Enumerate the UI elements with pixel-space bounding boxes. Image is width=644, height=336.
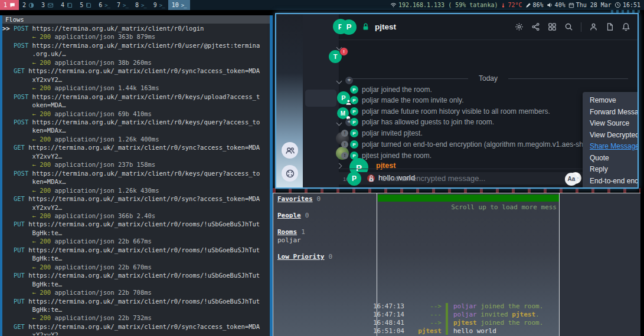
search-icon[interactable]	[564, 22, 573, 31]
flow-entry[interactable]: GET https://termina.org.uk/_matrix/clien…	[2, 143, 270, 151]
workspace-4[interactable]: 4	[57, 0, 76, 10]
flow-response: ← 200 application/json 1.26k 400ms	[2, 135, 270, 143]
event-avatar: P	[350, 96, 358, 104]
calendar-icon	[568, 2, 574, 8]
brush-icon	[525, 2, 531, 8]
flow-url-continuation: BgHk:te…	[2, 254, 270, 262]
lock-icon	[367, 174, 375, 183]
workspace-7[interactable]: 7>_	[113, 0, 132, 10]
event-text: poljar invited pjtest.	[362, 129, 423, 137]
time-label: 16:51	[623, 2, 640, 8]
menu-item-quote[interactable]: Quote	[583, 153, 639, 164]
flow-url-continuation: BgHk:te…	[2, 229, 270, 237]
element-window: P T ! + P M + P pjtest	[275, 13, 639, 189]
format-button[interactable]: Aa	[565, 173, 578, 186]
workspace-5[interactable]: 5	[76, 0, 95, 10]
file-icon[interactable]	[606, 22, 614, 31]
terminal-icon: >_	[159, 2, 165, 8]
ip-label: 192.168.1.133 ( 59% tatanka)	[398, 2, 498, 8]
chat-message: pjtest joined the room.	[453, 319, 543, 327]
flows-list[interactable]: >> POST https://termina.org.uk/_matrix/c…	[2, 24, 270, 335]
warning-icon: !	[341, 141, 348, 148]
roomlist-room-poljar[interactable]: poljar	[277, 236, 301, 244]
flow-entry[interactable]: POST https://termina.org.uk/_matrix/clie…	[2, 118, 270, 126]
compass-icon	[285, 169, 295, 179]
menu-item-reply[interactable]: Reply	[583, 164, 639, 176]
event-avatar: P	[350, 107, 358, 116]
member-list-icon[interactable]	[589, 22, 598, 31]
share-icon[interactable]	[531, 22, 540, 31]
flow-entry[interactable]: >> POST https://termina.org.uk/_matrix/c…	[2, 24, 270, 32]
chat-timestamp: 16:51:04	[373, 327, 404, 335]
menu-item-share-message[interactable]: Share Message	[583, 141, 639, 153]
workspace-1[interactable]: 1	[0, 0, 19, 10]
flow-entry[interactable]: POST https://termina.org.uk/_matrix/clie…	[2, 41, 270, 50]
flow-entry[interactable]: POST https://termina.org.uk/_matrix/clie…	[2, 169, 270, 177]
load-more-hint: Scroll up to load more mess	[378, 203, 557, 211]
browse-communities-button[interactable]	[282, 142, 298, 159]
flow-entry[interactable]: PUT https://termina.org.uk/_matrix/clien…	[2, 271, 270, 279]
event-avatar: P	[350, 118, 358, 126]
volume-status: 40%	[547, 2, 565, 8]
book-icon	[67, 2, 73, 8]
flow-entry[interactable]: GET https://termina.org.uk/_matrix/clien…	[2, 195, 270, 203]
composer-avatar: P	[347, 172, 361, 186]
chat-gutter: ---	[404, 311, 442, 319]
selected-room-highlight	[305, 90, 336, 107]
warning-icon: !	[341, 152, 348, 159]
desktop: 123456>_7>_8>_9>_10>_ 192.168.1.133 ( 59…	[0, 0, 644, 336]
chat-gutter: pjtest	[404, 327, 442, 335]
menu-item-remove[interactable]: Remove	[583, 95, 639, 107]
flow-response: ← 200 application/json 363b 879ms	[2, 32, 270, 41]
chat-gutter: -->	[404, 302, 442, 311]
gear-icon[interactable]	[515, 22, 524, 31]
temp-label: 72°C	[508, 2, 522, 8]
chat-icon	[9, 2, 15, 8]
thermometer-icon	[501, 2, 506, 9]
event-text: poljar turned on end-to-end encryption (…	[362, 140, 596, 149]
apps-grid-icon[interactable]	[548, 22, 557, 31]
flow-entry[interactable]: PUT https://termina.org.uk/_matrix/clien…	[2, 297, 270, 305]
event-text: poljar made future room history visible …	[362, 107, 550, 116]
event-avatar: P	[350, 140, 358, 149]
flow-url-continuation: xY2xvY2…	[2, 152, 270, 160]
workspace-9[interactable]: 9>_	[150, 0, 168, 10]
flow-url-continuation: xY2xvY2…	[2, 75, 270, 84]
flow-entry[interactable]: PUT https://termina.org.uk/_matrix/clien…	[2, 220, 270, 228]
event-text: pjtest joined the room.	[362, 151, 431, 160]
chat-timestamp: 16:47:14	[373, 311, 404, 319]
chat-message: hello world	[453, 327, 496, 335]
flow-entry[interactable]: GET https://termina.org.uk/_matrix/clien…	[2, 322, 270, 331]
workspace-10[interactable]: 10>_	[168, 0, 190, 10]
workspace-3[interactable]: 3	[38, 0, 57, 10]
message-context-menu: RemoveForward MessageView SourceView Dec…	[583, 92, 639, 189]
flow-entry[interactable]: GET https://termina.org.uk/_matrix/clien…	[2, 67, 270, 75]
menu-item-end-to-end-encry[interactable]: End-to-end encry	[583, 176, 639, 187]
workspace-8[interactable]: 8>_	[132, 0, 150, 10]
workspace-6[interactable]: 6>_	[95, 0, 113, 10]
workspace-2[interactable]: 2	[19, 0, 38, 10]
room-header: P pjtest	[339, 14, 638, 40]
flow-response: ← 200 application/json 237b 158ms	[2, 160, 270, 169]
flow-url-continuation: BgHk:te…	[2, 280, 270, 288]
flow-response: ← 200 application/json 22b 670ms	[2, 263, 270, 271]
chat-message: poljar invited pjtest.	[453, 311, 540, 319]
explore-button[interactable]	[282, 165, 298, 182]
flow-url-continuation: ken=MDAx…	[2, 177, 270, 186]
room-name: pjtest	[375, 22, 396, 31]
event-text: poljar made the room invite only.	[362, 96, 464, 104]
composer-placeholder: Send an encrypted message...	[381, 174, 485, 183]
menu-item-forward-message[interactable]: Forward Message	[583, 107, 639, 118]
flow-entry[interactable]: POST https://termina.org.uk/_matrix/clie…	[2, 93, 270, 101]
wifi-icon	[390, 2, 397, 8]
volume-label: 40%	[555, 2, 565, 8]
flow-url-continuation: ken=MDAx…	[2, 126, 270, 134]
chat-gutter: -->	[404, 319, 442, 327]
room-header-avatar[interactable]: P	[341, 19, 357, 35]
notifications-bell-icon[interactable]	[622, 22, 630, 31]
flow-entry[interactable]: PUT https://termina.org.uk/_matrix/clien…	[2, 246, 270, 254]
taskbar: 123456>_7>_8>_9>_10>_ 192.168.1.133 ( 59…	[0, 0, 644, 10]
menu-item-view-source[interactable]: View Source	[583, 118, 639, 130]
menu-item-view-decrypted-s[interactable]: View Decrypted S	[583, 130, 639, 141]
book-icon	[86, 2, 91, 8]
